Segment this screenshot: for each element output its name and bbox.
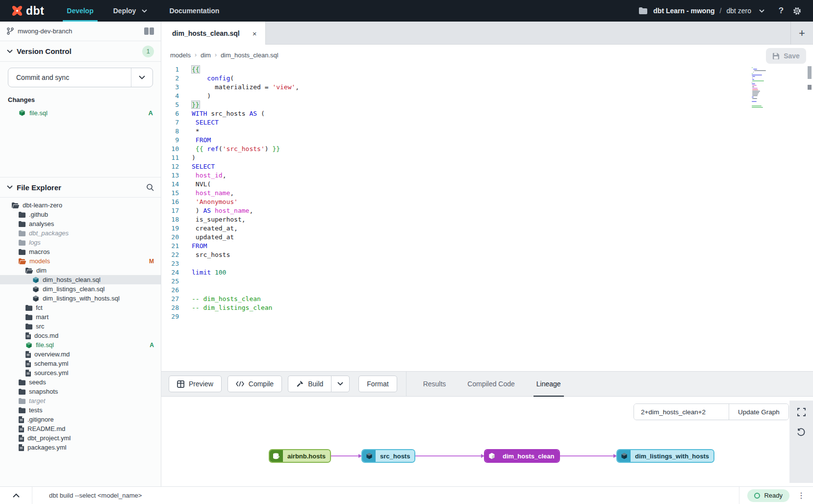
commit-and-sync-button[interactable]: Commit and sync xyxy=(8,68,153,87)
tree-item-dbt-project-yml[interactable]: dbt_project.yml xyxy=(0,433,161,443)
tree-item-seeds[interactable]: seeds xyxy=(0,378,161,387)
code-line[interactable]: 9 FROM xyxy=(161,136,813,145)
code-line[interactable]: 17 ) AS host_name, xyxy=(161,206,813,215)
code-line[interactable]: 25 xyxy=(161,277,813,286)
code-line[interactable]: 6WITH src_hosts AS ( xyxy=(161,109,813,118)
lineage-node-dim-hosts-clean[interactable]: dim_hosts_clean xyxy=(484,449,560,463)
tree-item-dim-hosts-clean-sql[interactable]: dim_hosts_clean.sql xyxy=(0,275,161,284)
code-editor[interactable]: 1{{2 config(3 materialized = 'view',4 )5… xyxy=(161,65,813,371)
help-icon[interactable]: ? xyxy=(776,5,787,16)
code-line[interactable]: 15 host_name, xyxy=(161,189,813,198)
tab-dim-hosts-clean[interactable]: dim_hosts_clean.sql × xyxy=(161,22,266,45)
search-icon[interactable] xyxy=(146,183,154,191)
compile-button[interactable]: Compile xyxy=(228,376,282,392)
close-icon[interactable]: × xyxy=(253,29,257,38)
code-line[interactable]: 10 {{ ref('src_hosts') }} xyxy=(161,145,813,153)
expand-console-button[interactable] xyxy=(0,487,32,504)
changed-file-row[interactable]: file.sql A xyxy=(0,106,161,119)
code-line[interactable]: 24limit 100 xyxy=(161,268,813,277)
code-line[interactable]: 14 NVL( xyxy=(161,180,813,189)
code-line[interactable]: 23 xyxy=(161,259,813,268)
code-line[interactable]: 3 materialized = 'view', xyxy=(161,83,813,92)
code-line[interactable]: 19 created_at, xyxy=(161,224,813,233)
code-line[interactable]: 8 * xyxy=(161,127,813,136)
code-line[interactable]: 5}} xyxy=(161,101,813,109)
tree-item-snapshots[interactable]: snapshots xyxy=(0,387,161,396)
code-line[interactable]: 2 config( xyxy=(161,74,813,83)
reset-view-icon[interactable] xyxy=(795,426,808,439)
tree-item-dbt-packages[interactable]: dbt_packages xyxy=(0,228,161,238)
panel-tab-compiled-code[interactable]: Compiled Code xyxy=(467,371,515,397)
update-graph-button[interactable]: Update Graph xyxy=(729,404,788,420)
breadcrumb-item[interactable]: models xyxy=(170,51,191,59)
code-line[interactable]: 12SELECT xyxy=(161,162,813,171)
project-name[interactable]: dbt Learn - mwong xyxy=(653,7,714,15)
tree-item-packages-yml[interactable]: packages.yml xyxy=(0,443,161,452)
tree-item-macros[interactable]: macros xyxy=(0,247,161,256)
code-line[interactable]: 13 host_id, xyxy=(161,171,813,180)
format-button[interactable]: Format xyxy=(358,376,397,392)
tree-item-file-sql[interactable]: file.sqlA xyxy=(0,340,161,350)
tree-item-sources-yml[interactable]: sources.yml xyxy=(0,368,161,378)
tree-item-docs-md[interactable]: docs.md xyxy=(0,331,161,340)
code-line[interactable]: 29 xyxy=(161,312,813,321)
tree-item-mart[interactable]: mart xyxy=(0,312,161,322)
tree-item-analyses[interactable]: analyses xyxy=(0,219,161,228)
editor-scrollbar[interactable] xyxy=(806,65,813,371)
tree-item-fct[interactable]: fct xyxy=(0,303,161,312)
nav-develop[interactable]: Develop xyxy=(57,0,103,22)
tree-item-tests[interactable]: tests xyxy=(0,405,161,415)
tree-item--gitignore[interactable]: .gitignore xyxy=(0,415,161,424)
tree-item-dbt-learn-zero[interactable]: dbt-learn-zero xyxy=(0,201,161,210)
code-line[interactable]: 4 ) xyxy=(161,92,813,101)
tree-item-src[interactable]: src xyxy=(0,322,161,331)
code-line[interactable]: 21FROM xyxy=(161,242,813,251)
tree-item-readme-md[interactable]: README.md xyxy=(0,424,161,433)
code-line[interactable]: 11) xyxy=(161,153,813,162)
nav-deploy[interactable]: Deploy xyxy=(103,0,160,22)
gear-icon[interactable] xyxy=(791,5,802,16)
new-tab-button[interactable]: + xyxy=(790,22,813,45)
tree-item-target[interactable]: target xyxy=(0,396,161,405)
file-explorer-header[interactable]: File Explorer xyxy=(0,177,161,198)
nav-documentation[interactable]: Documentation xyxy=(159,0,229,22)
fullscreen-icon[interactable] xyxy=(795,405,808,418)
branch-name[interactable]: mwong-dev-branch xyxy=(18,27,72,35)
save-button[interactable]: Save xyxy=(766,48,806,64)
version-control-header[interactable]: Version Control 1 xyxy=(0,41,161,62)
dbt-logo[interactable]: dbt xyxy=(0,0,57,22)
tree-item-dim-listings-clean-sql[interactable]: dim_listings_clean.sql xyxy=(0,284,161,294)
tree-item-overview-md[interactable]: overview.md xyxy=(0,350,161,359)
environment-name[interactable]: dbt zero xyxy=(726,7,751,15)
build-button[interactable]: Build xyxy=(288,376,331,392)
tree-item-logs[interactable]: logs xyxy=(0,238,161,247)
lineage-node-dim-listings-with-hosts[interactable]: dim_listings_with_hosts xyxy=(616,449,714,463)
build-options-caret[interactable] xyxy=(331,376,350,392)
kebab-menu-icon[interactable]: ⋮ xyxy=(797,491,805,500)
panel-tab-results[interactable]: Results xyxy=(423,371,446,397)
command-input[interactable]: dbt build --select <model_name> xyxy=(32,492,739,499)
tree-item-dim[interactable]: dim xyxy=(0,266,161,275)
lineage-node-src-hosts[interactable]: src_hosts xyxy=(361,449,415,463)
code-line[interactable]: 28-- dim_listings_clean xyxy=(161,303,813,312)
split-view-icon[interactable] xyxy=(144,27,154,35)
commit-options-caret[interactable] xyxy=(131,68,152,87)
tree-item-models[interactable]: modelsM xyxy=(0,256,161,266)
tree-item-schema-yml[interactable]: schema.yml xyxy=(0,359,161,368)
minimap[interactable] xyxy=(752,67,768,110)
code-line[interactable]: 22 src_hosts xyxy=(161,251,813,259)
chevron-down-icon[interactable] xyxy=(756,5,767,16)
breadcrumb-item[interactable]: dim_hosts_clean.sql xyxy=(221,51,279,59)
code-line[interactable]: 16 'Anonymous' xyxy=(161,198,813,206)
lineage-selector-input[interactable] xyxy=(634,404,729,420)
panel-tab-lineage[interactable]: Lineage xyxy=(536,371,561,397)
code-line[interactable]: 27-- dim_hosts_clean xyxy=(161,295,813,303)
code-line[interactable]: 1{{ xyxy=(161,65,813,74)
code-line[interactable]: 26 xyxy=(161,286,813,295)
tree-item--github[interactable]: .github xyxy=(0,210,161,219)
code-line[interactable]: 20 updated_at xyxy=(161,233,813,242)
breadcrumb-item[interactable]: dim xyxy=(201,51,211,59)
tree-item-dim-listings-with-hosts-sql[interactable]: dim_listings_with_hosts.sql xyxy=(0,294,161,303)
code-line[interactable]: 7 SELECT xyxy=(161,118,813,127)
code-line[interactable]: 18 is_superhost, xyxy=(161,215,813,224)
